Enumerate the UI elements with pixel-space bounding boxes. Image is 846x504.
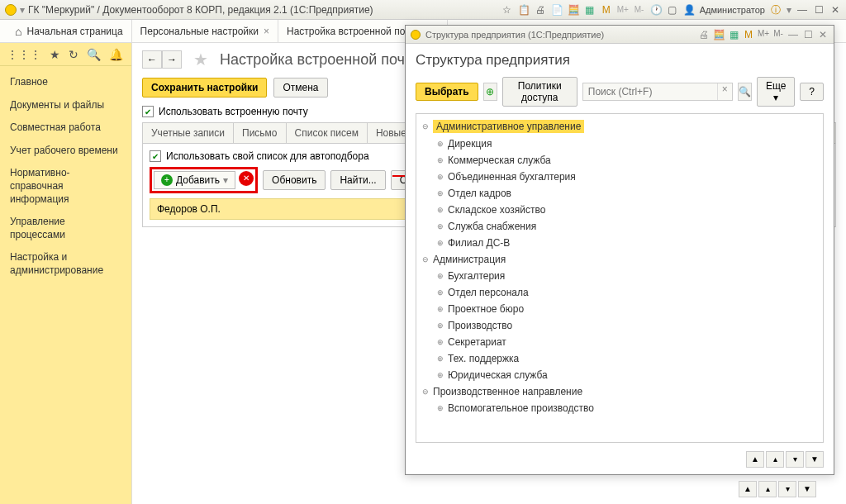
- tree-node[interactable]: ⊖Административное управление: [416, 117, 823, 136]
- dlg-calc-icon[interactable]: 🧮: [713, 29, 725, 40]
- more-button[interactable]: Еще ▾: [757, 77, 795, 107]
- scroll-bottom-icon[interactable]: ▼: [798, 481, 816, 497]
- tree-node[interactable]: ⊕Проектное бюро: [416, 301, 823, 317]
- tree-node[interactable]: ⊕Коммерческая служба: [416, 152, 823, 169]
- expand-icon[interactable]: ⊕: [436, 140, 444, 148]
- tree-node[interactable]: ⊕Тех. поддержка: [416, 350, 823, 367]
- toolbar-icon-3[interactable]: 🖨: [535, 4, 546, 16]
- tree-node[interactable]: ⊕Служба снабжения: [416, 218, 823, 235]
- tab-personal-settings[interactable]: Персональные настройки ×: [132, 20, 278, 42]
- collapse-icon[interactable]: ⊖: [421, 255, 430, 264]
- subtab-message[interactable]: Письмо: [234, 123, 287, 143]
- toolbar-icon-2[interactable]: 📋: [518, 4, 530, 16]
- info-dropdown-icon[interactable]: ▾: [787, 4, 791, 16]
- back-button[interactable]: ←: [142, 50, 162, 69]
- scroll-top-icon[interactable]: ▲: [739, 481, 757, 497]
- scroll-up-icon[interactable]: ▴: [766, 451, 784, 468]
- m-icon[interactable]: М: [601, 4, 612, 16]
- tree-node[interactable]: ⊕Юридическая служба: [416, 367, 823, 383]
- nav-main[interactable]: Главное: [0, 71, 131, 94]
- scroll-down-icon[interactable]: ▾: [786, 451, 804, 468]
- scroll-bottom-icon[interactable]: ▼: [806, 451, 824, 468]
- toolbar-icon-1[interactable]: ☆: [501, 4, 513, 16]
- nav-processes[interactable]: Управление процессами: [0, 211, 131, 246]
- expand-icon[interactable]: ⊕: [436, 371, 444, 379]
- minimize-icon[interactable]: —: [796, 4, 808, 16]
- tree-node[interactable]: ⊖Производственное направление: [416, 383, 823, 400]
- nav-collab[interactable]: Совместная работа: [0, 116, 131, 140]
- tree-node[interactable]: ⊕Складское хозяйство: [416, 202, 823, 218]
- nav-docs[interactable]: Документы и файлы: [0, 94, 131, 117]
- cancel-button[interactable]: Отмена: [273, 78, 327, 97]
- search-clear-icon[interactable]: ×: [717, 83, 732, 100]
- subtab-list[interactable]: Список писем: [287, 123, 368, 143]
- forward-button[interactable]: →: [162, 50, 182, 69]
- tree-node[interactable]: ⊕Секретариат: [416, 334, 823, 350]
- find-button[interactable]: Найти...: [330, 170, 385, 190]
- expand-icon[interactable]: ⊕: [436, 173, 444, 181]
- tree-node[interactable]: ⊕Объединенная бухгалтерия: [416, 169, 823, 185]
- tab-close-icon[interactable]: ×: [264, 26, 269, 37]
- expand-icon[interactable]: ⊕: [436, 222, 444, 231]
- use-builtin-checkbox[interactable]: ✔: [142, 106, 154, 117]
- dlg-mminus-icon[interactable]: М-: [772, 29, 784, 40]
- dlg-cal-icon[interactable]: ▦: [728, 29, 739, 40]
- search-button[interactable]: 🔍: [738, 83, 752, 101]
- search-icon[interactable]: 🔍: [87, 48, 101, 61]
- clock-icon[interactable]: 🕐: [650, 4, 662, 16]
- tree-node[interactable]: ⊕Вспомогательное производство: [416, 400, 823, 416]
- tree-node[interactable]: ⊕Отдел персонала: [416, 284, 823, 301]
- tree-node[interactable]: ⊕Бухгалтерия: [416, 268, 823, 284]
- window-icon[interactable]: ▢: [667, 4, 678, 16]
- expand-icon[interactable]: ⊕: [436, 288, 444, 297]
- expand-icon[interactable]: ⊕: [436, 338, 444, 346]
- policies-button[interactable]: Политики доступа: [502, 77, 577, 107]
- save-button[interactable]: Сохранить настройки: [142, 78, 267, 97]
- dlg-m-icon[interactable]: М: [743, 29, 754, 40]
- tree-node[interactable]: ⊖Администрация: [416, 251, 823, 268]
- mminus-icon[interactable]: М-: [634, 4, 645, 16]
- dlg-print-icon[interactable]: 🖨: [698, 29, 710, 40]
- expand-icon[interactable]: ⊕: [436, 156, 444, 164]
- bell-icon[interactable]: 🔔: [109, 48, 123, 61]
- search-input[interactable]: [583, 83, 717, 100]
- info-icon[interactable]: ⓘ: [770, 4, 782, 16]
- scroll-down-icon[interactable]: ▾: [778, 481, 796, 497]
- close-icon[interactable]: ✕: [829, 4, 841, 16]
- collapse-icon[interactable]: ⊖: [421, 388, 430, 396]
- expand-icon[interactable]: ⊕: [436, 305, 444, 313]
- select-button[interactable]: Выбрать: [416, 83, 478, 101]
- nav-reference[interactable]: Нормативно-справочная информация: [0, 162, 131, 211]
- scroll-top-icon[interactable]: ▲: [746, 451, 764, 468]
- tree-node[interactable]: ⊕Дирекция: [416, 136, 823, 152]
- dlg-min-icon[interactable]: —: [787, 29, 799, 40]
- subtab-accounts[interactable]: Учетные записи: [143, 123, 234, 143]
- mplus-icon[interactable]: М+: [617, 4, 629, 16]
- collapse-icon[interactable]: ⊖: [421, 122, 430, 131]
- tab-home[interactable]: ⌂ Начальная страница: [7, 20, 132, 42]
- expand-icon[interactable]: ⊕: [436, 189, 444, 197]
- expand-icon[interactable]: ⊕: [436, 239, 444, 247]
- tree-node[interactable]: ⊕Производство: [416, 317, 823, 334]
- expand-icon[interactable]: ⊕: [436, 404, 444, 412]
- use-own-list-checkbox[interactable]: ✔: [150, 150, 161, 162]
- scroll-up-icon[interactable]: ▴: [758, 481, 777, 497]
- dlg-max-icon[interactable]: ☐: [802, 29, 814, 40]
- calc-icon[interactable]: 🧮: [568, 4, 579, 16]
- add-button[interactable]: + Добавить ▾: [154, 171, 235, 189]
- toolbar-icon-4[interactable]: 📄: [551, 4, 563, 16]
- dlg-close-icon[interactable]: ✕: [817, 29, 829, 40]
- apps-icon[interactable]: ⋮⋮⋮: [7, 48, 41, 61]
- close-dropdown-icon[interactable]: ▾: [20, 4, 25, 16]
- star-icon[interactable]: ★: [50, 48, 60, 61]
- expand-icon[interactable]: ⊕: [436, 206, 444, 214]
- refresh-button[interactable]: Обновить: [263, 170, 326, 190]
- expand-icon[interactable]: ⊕: [436, 272, 444, 280]
- maximize-icon[interactable]: ☐: [813, 4, 825, 16]
- dlg-mplus-icon[interactable]: М+: [758, 29, 769, 40]
- help-button[interactable]: ?: [800, 83, 824, 101]
- create-button[interactable]: ⊕: [483, 83, 497, 101]
- tree-node[interactable]: ⊕Отдел кадров: [416, 185, 823, 202]
- user-icon[interactable]: 👤: [683, 4, 695, 16]
- history-icon[interactable]: ↻: [69, 48, 78, 61]
